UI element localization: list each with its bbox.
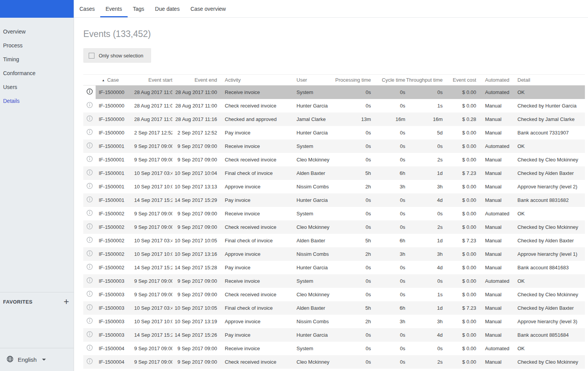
sidebar-item-users[interactable]: Users [0,80,74,94]
column-header-event_end[interactable]: Event end [172,75,217,86]
cell-event_start: 9 Sep 2017 09:00 [134,288,172,301]
language-selector[interactable]: English [0,348,74,371]
tab-cases[interactable]: Cases [74,0,100,17]
info-icon[interactable] [86,358,93,366]
cell-user: System [297,342,335,355]
cell-event_end: 14 Sep 2017 15:29 [172,193,217,207]
cell-detail: Bank account 8851684 [511,328,585,342]
row-info-cell [83,153,96,166]
cell-throughput_time: 3h [405,247,443,261]
table-row[interactable]: IF-150000314 Sep 2017 15:2614 Sep 2017 1… [83,328,585,342]
cell-processing_time: 0s [335,207,371,220]
cell-event_start: 10 Sep 2017 03:49 [134,301,172,315]
table-row[interactable]: IF-150000110 Sep 2017 03:4810 Sep 2017 1… [83,166,585,180]
only-show-selection-button[interactable]: Only show selection [83,48,151,63]
table-row[interactable]: IF-15000019 Sep 2017 09:009 Sep 2017 09:… [83,139,585,153]
cell-automated: Manual [476,355,511,369]
cell-user: Cleo Mckinney [297,153,335,166]
table-row[interactable]: IF-150000210 Sep 2017 10:0510 Sep 2017 1… [83,247,585,261]
table-row[interactable]: IF-150000310 Sep 2017 10:0510 Sep 2017 1… [83,315,585,328]
cell-detail: Checked by Jamal Clarke [511,112,585,126]
table-row[interactable]: IF-150000028 Aug 2017 11:0028 Aug 2017 1… [83,112,585,126]
column-header-user[interactable]: User [297,75,335,86]
info-icon[interactable] [86,142,93,150]
column-header-cycle_time[interactable]: Cycle time [371,75,405,86]
cell-detail: Bank account 7331907 [511,126,585,139]
column-header-throughput_time[interactable]: Throughput time [405,75,443,86]
column-header-activity[interactable]: Activity [217,75,297,86]
cell-case: IF-1500004 [96,342,134,355]
cell-throughput_time: 1d [405,234,443,247]
cell-cycle_time: 0s [371,153,405,166]
favorites-label: FAVORITES [3,299,32,305]
cell-cycle_time: 6h [371,234,405,247]
info-icon[interactable] [86,344,93,352]
only-show-selection-checkbox[interactable] [89,53,94,59]
sidebar-item-process[interactable]: Process [0,39,74,52]
info-icon[interactable] [86,237,93,244]
cell-event_end: 9 Sep 2017 09:00 [172,220,217,234]
info-icon[interactable] [86,290,93,298]
cell-cycle_time: 0s [371,288,405,301]
add-favorite-button[interactable]: + [64,297,69,306]
tab-tags[interactable]: Tags [128,0,150,17]
info-icon[interactable] [86,250,93,258]
cell-throughput_time: 5d [405,126,443,139]
column-header-processing_time[interactable]: Processing time [335,75,371,86]
table-row[interactable]: IF-15000039 Sep 2017 09:009 Sep 2017 09:… [83,274,585,288]
table-row[interactable]: IF-15000039 Sep 2017 09:009 Sep 2017 09:… [83,288,585,301]
sidebar-item-overview[interactable]: Overview [0,25,74,39]
sidebar-item-timing[interactable]: Timing [0,52,74,66]
info-icon[interactable] [86,196,93,204]
table-row[interactable]: IF-15000029 Sep 2017 09:009 Sep 2017 09:… [83,207,585,220]
cell-processing_time: 0s [335,153,371,166]
sidebar-item-conformance[interactable]: Conformance [0,66,74,80]
info-icon[interactable] [86,277,93,285]
table-row[interactable]: IF-15000049 Sep 2017 09:009 Sep 2017 09:… [83,342,585,355]
table-row[interactable]: IF-15000029 Sep 2017 09:009 Sep 2017 09:… [83,220,585,234]
cell-user: Hunter Garcia [297,328,335,342]
table-row[interactable]: IF-150000028 Aug 2017 11:0028 Aug 2017 1… [83,99,585,112]
info-icon[interactable] [86,102,93,109]
cell-case: IF-1500002 [96,220,134,234]
table-row[interactable]: IF-150000114 Sep 2017 15:2914 Sep 2017 1… [83,193,585,207]
column-header-event_cost[interactable]: Event cost [443,75,476,86]
info-icon[interactable] [86,223,93,231]
cell-event_cost: $ 0.00 [443,220,476,234]
table-row[interactable]: IF-15000019 Sep 2017 09:009 Sep 2017 09:… [83,153,585,166]
info-icon[interactable] [86,304,93,312]
column-header-event_start[interactable]: Event start [134,75,172,86]
cell-event_cost: $ 0.00 [443,207,476,220]
table-row[interactable]: IF-150000214 Sep 2017 15:2814 Sep 2017 1… [83,261,585,274]
info-icon[interactable] [86,331,93,339]
info-icon[interactable] [86,88,93,96]
cell-cycle_time: 0s [371,193,405,207]
sidebar-item-details[interactable]: Details [0,94,74,108]
tab-events[interactable]: Events [100,0,128,17]
info-icon[interactable] [86,317,93,325]
table-row[interactable]: IF-15000049 Sep 2017 09:009 Sep 2017 09:… [83,355,585,369]
info-icon[interactable] [86,169,93,177]
app-root: OverviewProcessTimingConformanceUsersDet… [0,0,588,371]
column-header-automated[interactable]: Automated [476,75,511,86]
info-icon[interactable] [86,156,93,163]
table-row[interactable]: IF-150000028 Aug 2017 11:0028 Aug 2017 1… [83,86,585,99]
cell-detail: Bank account 8831682 [511,193,585,207]
table-row[interactable]: IF-150000210 Sep 2017 03:4810 Sep 2017 1… [83,234,585,247]
table-row[interactable]: IF-150000310 Sep 2017 03:4910 Sep 2017 1… [83,301,585,315]
cell-automated: Manual [476,247,511,261]
column-header-detail[interactable]: Detail [511,75,585,86]
cell-event_start: 14 Sep 2017 15:26 [134,328,172,342]
table-row[interactable]: IF-150000110 Sep 2017 10:0410 Sep 2017 1… [83,180,585,193]
info-icon[interactable] [86,129,93,136]
table-row[interactable]: IF-15000002 Sep 2017 12:522 Sep 2017 12:… [83,126,585,139]
cell-event_cost: $ 0.00 [443,139,476,153]
info-icon[interactable] [86,115,93,123]
cell-activity: Final check of invoice [217,234,297,247]
info-icon[interactable] [86,264,93,271]
column-header-case[interactable]: ▲Case [96,75,134,86]
info-icon[interactable] [86,210,93,217]
tab-due-dates[interactable]: Due dates [150,0,185,17]
info-icon[interactable] [86,183,93,190]
tab-case-overview[interactable]: Case overview [185,0,231,17]
